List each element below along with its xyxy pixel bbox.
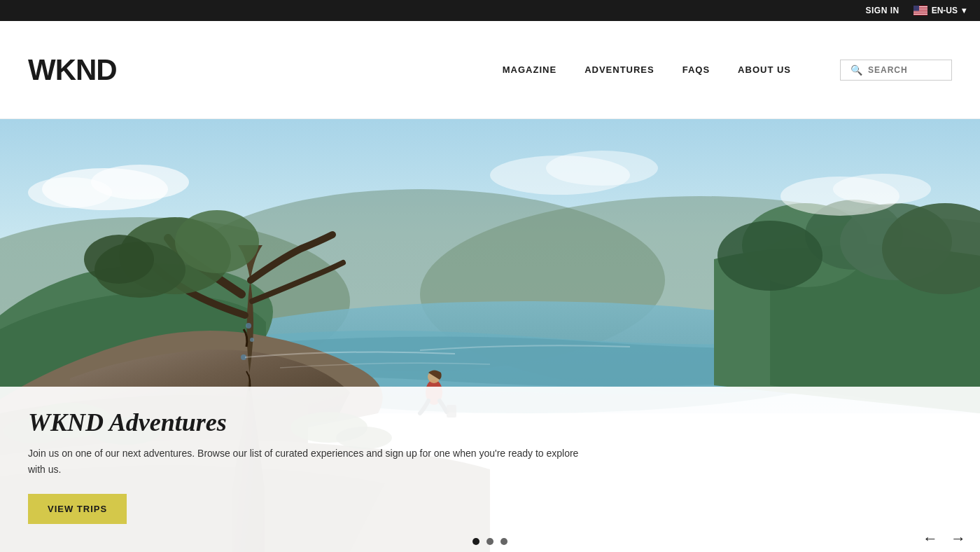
svg-point-31: [718, 221, 822, 291]
hero-section: WKND Adventures Join us on one of our ne…: [0, 119, 980, 552]
svg-rect-10: [913, 13, 927, 14]
us-flag-icon: [913, 6, 927, 15]
carousel-dots: [472, 538, 507, 545]
svg-point-24: [175, 210, 259, 273]
top-bar: SIGN IN EN-US ▾: [0, 0, 980, 21]
carousel-dot-1[interactable]: [472, 538, 479, 545]
svg-rect-12: [913, 15, 927, 15]
chevron-down-icon: ▾: [962, 6, 966, 15]
hero-title: WKND Adventures: [28, 408, 952, 437]
view-trips-button[interactable]: VIEW TRIPS: [28, 494, 127, 524]
svg-point-20: [246, 323, 251, 329]
carousel-prev-button[interactable]: ←: [923, 530, 938, 548]
svg-rect-7: [913, 11, 927, 12]
svg-point-42: [28, 177, 112, 208]
svg-rect-8: [913, 12, 927, 13]
site-header: WKND MAGAZINE ADVENTURES FAQS ABOUT US 🔍: [0, 21, 980, 119]
svg-point-21: [250, 338, 254, 342]
svg-rect-11: [913, 14, 927, 15]
search-input[interactable]: [868, 65, 941, 75]
svg-rect-9: [913, 13, 927, 13]
carousel-dot-3[interactable]: [500, 538, 507, 545]
site-logo[interactable]: WKND: [28, 53, 117, 87]
sign-in-link[interactable]: SIGN IN: [865, 6, 899, 15]
main-nav: MAGAZINE ADVENTURES FAQS ABOUT US 🔍: [503, 60, 952, 81]
language-selector[interactable]: EN-US ▾: [913, 6, 966, 15]
svg-point-26: [84, 235, 154, 284]
carousel-dot-2[interactable]: [486, 538, 493, 545]
svg-rect-13: [913, 6, 919, 11]
hero-description: Join us on one of our next adventures. B…: [28, 446, 588, 477]
search-container[interactable]: 🔍: [840, 60, 952, 81]
nav-item-magazine[interactable]: MAGAZINE: [503, 64, 556, 75]
hero-content: WKND Adventures Join us on one of our ne…: [0, 387, 980, 552]
svg-point-44: [546, 151, 658, 186]
search-icon: 🔍: [850, 64, 862, 76]
language-label: EN-US: [932, 6, 958, 15]
carousel-next-button[interactable]: →: [951, 530, 966, 548]
nav-item-faqs[interactable]: FAQS: [682, 64, 710, 75]
nav-item-adventures[interactable]: ADVENTURES: [584, 64, 654, 75]
svg-point-46: [833, 174, 931, 205]
nav-item-about-us[interactable]: ABOUT US: [738, 64, 791, 75]
